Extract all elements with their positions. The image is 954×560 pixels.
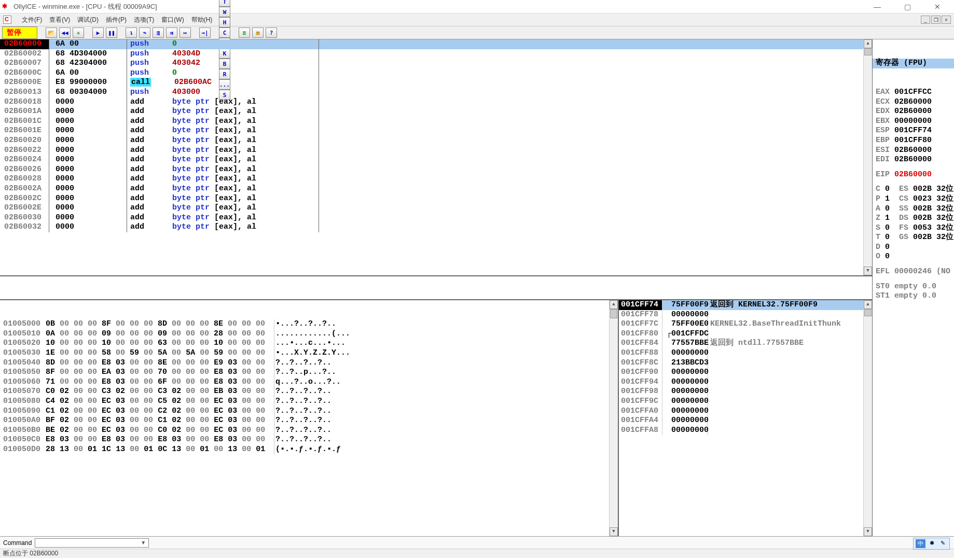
flag-row[interactable]: D 0 bbox=[873, 243, 954, 253]
window-button-w[interactable]: W bbox=[219, 7, 230, 17]
disasm-row[interactable]: 02B600280000add byte ptr [eax], al bbox=[0, 174, 872, 184]
appearance-button[interactable]: ▦ bbox=[252, 27, 264, 38]
stack-scrollbar[interactable]: ▲ ▼ bbox=[863, 300, 872, 536]
disasm-row[interactable]: 02B6000C6A 00push 0 bbox=[0, 68, 872, 78]
command-input[interactable] bbox=[35, 538, 149, 548]
disasm-row[interactable]: 02B600220000add byte ptr [eax], al bbox=[0, 146, 872, 156]
flag-row[interactable]: S 0 FS 0053 32位 bbox=[873, 223, 954, 233]
step-over-button[interactable]: ↷ bbox=[139, 27, 150, 38]
disasm-row[interactable]: 02B600006A 00push 0 bbox=[0, 39, 872, 49]
eip-row[interactable]: EIP 02B60000 bbox=[873, 170, 954, 180]
menu-item[interactable]: 窗口(W) bbox=[161, 16, 184, 23]
menu-item[interactable]: 选项(T) bbox=[134, 16, 154, 23]
register-row[interactable]: EDI 02B60000 bbox=[873, 155, 954, 165]
flag-row[interactable]: O 0 bbox=[873, 252, 954, 262]
ime-icon-2[interactable]: ✎ bbox=[938, 539, 947, 548]
ime-icon-1[interactable]: ✱ bbox=[928, 539, 936, 548]
stack-row[interactable]: 001CFF9C 00000000 bbox=[619, 397, 872, 407]
disasm-row[interactable]: 02B600260000add byte ptr [eax], al bbox=[0, 165, 872, 175]
disasm-row[interactable]: 02B6000768 42304000push 403042 bbox=[0, 59, 872, 68]
dump-row[interactable]: 01005090C1 02 00 00 EC 03 00 00 C2 02 00… bbox=[0, 407, 618, 416]
dump-row[interactable]: 010050D028 13 00 01 1C 13 00 01 0C 13 00… bbox=[0, 445, 618, 455]
stack-row[interactable]: 001CFF90 00000000 bbox=[619, 368, 872, 377]
disasm-row[interactable]: 02B6002A0000add byte ptr [eax], al bbox=[0, 184, 872, 194]
scroll-down-icon[interactable]: ▼ bbox=[610, 527, 618, 536]
options-button[interactable]: ≡ bbox=[239, 27, 250, 38]
window-button-c[interactable]: C bbox=[219, 27, 230, 38]
open-button[interactable]: 📂 bbox=[46, 27, 57, 38]
menu-item[interactable]: 插件(P) bbox=[106, 16, 127, 23]
disasm-row[interactable]: 02B600180000add byte ptr [eax], al bbox=[0, 97, 872, 107]
menu-item[interactable]: 查看(V) bbox=[49, 16, 70, 23]
dump-row[interactable]: 010050508F 00 00 00 EA 03 00 00 70 00 00… bbox=[0, 368, 618, 377]
flag-row[interactable]: Z 1 DS 002B 32位 bbox=[873, 214, 954, 223]
dump-row[interactable]: 010050A0BF 02 00 00 EC 03 00 00 C1 02 00… bbox=[0, 416, 618, 426]
run-button[interactable]: ▶ bbox=[92, 27, 104, 38]
menu-item[interactable]: 文件(F) bbox=[22, 16, 42, 23]
mdi-minimize-button[interactable]: _ bbox=[921, 16, 930, 24]
execute-till-return-button[interactable]: ↦ bbox=[179, 27, 191, 38]
step-into-button[interactable]: ↴ bbox=[126, 27, 137, 38]
stack-row[interactable]: 001CFF98 00000000 bbox=[619, 387, 872, 397]
menu-item[interactable]: 帮助(H) bbox=[191, 16, 213, 23]
register-row[interactable]: EDX 02B60000 bbox=[873, 107, 954, 117]
register-row[interactable]: ECX 02B60000 bbox=[873, 97, 954, 107]
scroll-up-icon[interactable]: ▲ bbox=[610, 300, 618, 309]
disasm-row[interactable]: 02B6000268 4D304000push 40304D bbox=[0, 49, 872, 59]
scroll-down-icon[interactable]: ▼ bbox=[864, 267, 872, 275]
dump-row[interactable]: 010050C0E8 03 00 00 E8 03 00 00 E8 03 00… bbox=[0, 435, 618, 445]
dump-row[interactable]: 0100506071 00 00 00 E8 03 00 00 6F 00 00… bbox=[0, 377, 618, 387]
goto-button[interactable]: →| bbox=[199, 27, 211, 38]
stack-row[interactable]: 001CFFA4 00000000 bbox=[619, 416, 872, 426]
disasm-row[interactable]: 02B600300000add byte ptr [eax], al bbox=[0, 213, 872, 223]
disasm-scrollbar[interactable]: ▲ ▼ bbox=[863, 39, 872, 275]
stack-pane[interactable]: 001CFF74 75FF00F9返回到 KERNEL32.75FF00F900… bbox=[618, 300, 872, 536]
disasm-row[interactable]: 02B600320000add byte ptr [eax], al bbox=[0, 222, 872, 232]
flag-row[interactable]: A 0 SS 002B 32位 bbox=[873, 204, 954, 214]
disasm-row[interactable]: 02B6001368 00304000push 403000 bbox=[0, 88, 872, 97]
disasm-row[interactable]: 02B600240000add byte ptr [eax], al bbox=[0, 155, 872, 165]
stack-row[interactable]: 001CFFA8 00000000 bbox=[619, 426, 872, 436]
register-row[interactable]: ESI 02B60000 bbox=[873, 146, 954, 156]
disasm-row[interactable]: 02B6001E0000add byte ptr [eax], al bbox=[0, 126, 872, 136]
restart-button[interactable]: ◀◀ bbox=[59, 27, 71, 38]
scroll-down-icon[interactable]: ▼ bbox=[864, 527, 872, 536]
dump-row[interactable]: 010050408D 00 00 00 E8 03 00 00 8E 00 00… bbox=[0, 358, 618, 368]
dump-row[interactable]: 01005070C0 02 00 00 C3 02 00 00 C3 02 00… bbox=[0, 387, 618, 397]
flag-row[interactable]: T 0 GS 002B 32位 bbox=[873, 233, 954, 243]
flag-row[interactable]: C 0 ES 002B 32位 bbox=[873, 185, 954, 194]
register-row[interactable]: EAX 001CFFCC bbox=[873, 88, 954, 97]
dump-row[interactable]: 010050100A 00 00 00 09 00 00 00 09 00 00… bbox=[0, 329, 618, 339]
stack-row[interactable]: 001CFF80┌001CFFDC bbox=[619, 329, 872, 339]
register-row[interactable]: ESP 001CFF74 bbox=[873, 126, 954, 136]
ime-indicator[interactable]: 中 ✱ ✎ bbox=[913, 538, 950, 550]
help-button[interactable]: ? bbox=[266, 27, 277, 38]
close-button[interactable]: ✕ bbox=[927, 2, 948, 12]
disasm-row[interactable]: 02B6002C0000add byte ptr [eax], al bbox=[0, 194, 872, 204]
disasm-row[interactable]: 02B6001C0000add byte ptr [eax], al bbox=[0, 117, 872, 127]
dump-row[interactable]: 010050B0BE 02 00 00 EC 03 00 00 C0 02 00… bbox=[0, 426, 618, 436]
dump-row[interactable]: 010050301E 00 00 00 58 00 59 00 5A 00 5A… bbox=[0, 348, 618, 358]
register-row[interactable]: EBX 00000000 bbox=[873, 117, 954, 127]
stack-row[interactable]: 001CFFA0 00000000 bbox=[619, 407, 872, 416]
dump-row[interactable]: 0100502010 00 00 00 10 00 00 00 63 00 00… bbox=[0, 339, 618, 348]
register-row[interactable]: EBP 001CFF80 bbox=[873, 136, 954, 146]
flag-row[interactable]: P 1 CS 0023 32位 bbox=[873, 194, 954, 204]
dump-row[interactable]: 010050000B 00 00 00 8F 00 00 00 8D 00 00… bbox=[0, 319, 618, 329]
disasm-row[interactable]: 02B6000EE8 99000000call 02B600AC bbox=[0, 78, 872, 88]
ime-lang[interactable]: 中 bbox=[916, 539, 925, 548]
stack-row[interactable]: 001CFF94 00000000 bbox=[619, 377, 872, 387]
trace-over-button[interactable]: ⇉ bbox=[166, 27, 177, 38]
stack-row[interactable]: 001CFF84 77557BBE返回到 ntdll.77557BBE bbox=[619, 339, 872, 348]
close-debuggee-button[interactable]: ✕ bbox=[73, 27, 84, 38]
registers-pane[interactable]: 寄存器 (FPU) EAX 001CFFCCECX 02B60000EDX 02… bbox=[873, 39, 954, 536]
disasm-row[interactable]: 02B6001A0000add byte ptr [eax], al bbox=[0, 107, 872, 117]
stack-row[interactable]: 001CFF8C 213BBCD3 bbox=[619, 358, 872, 368]
maximize-button[interactable]: ▢ bbox=[897, 2, 918, 12]
stack-row[interactable]: 001CFF7C 75FF00E0KERNEL32.BaseThreadInit… bbox=[619, 319, 872, 329]
disassembly-pane[interactable]: 02B600006A 00push 002B6000268 4D304000pu… bbox=[0, 39, 872, 275]
minimize-button[interactable]: — bbox=[867, 2, 888, 12]
dump-scrollbar[interactable]: ▲ ▼ bbox=[609, 300, 618, 536]
dump-row[interactable]: 01005080C4 02 00 00 EC 03 00 00 C5 02 00… bbox=[0, 397, 618, 407]
stack-row[interactable]: 001CFF74 75FF00F9返回到 KERNEL32.75FF00F9 bbox=[619, 300, 872, 310]
